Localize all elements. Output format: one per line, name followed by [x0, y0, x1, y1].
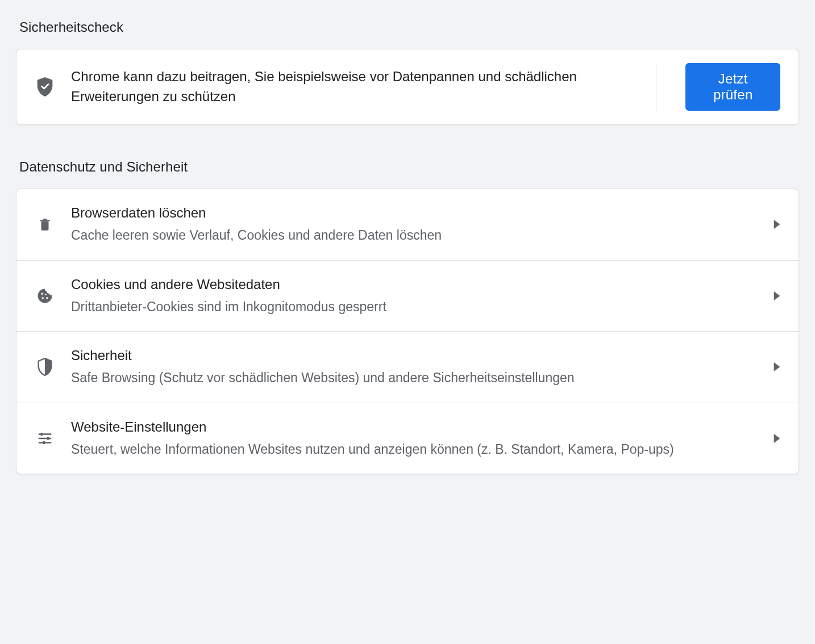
- row-security[interactable]: Sicherheit Safe Browsing (Schutz vor sch…: [16, 331, 799, 403]
- chevron-right-icon: [774, 220, 780, 229]
- chevron-right-icon: [774, 291, 780, 300]
- safety-check-title: Sicherheitscheck: [19, 19, 799, 35]
- chevron-right-icon: [774, 362, 780, 371]
- safety-check-card: Chrome kann dazu beitragen, Sie beispiel…: [16, 49, 799, 125]
- row-cookies[interactable]: Cookies und andere Websitedaten Drittanb…: [16, 260, 799, 332]
- row-site-settings[interactable]: Website-Einstellungen Steuert, welche In…: [16, 403, 799, 474]
- svg-rect-7: [41, 433, 43, 436]
- check-now-button[interactable]: Jetzt prüfen: [685, 63, 780, 111]
- chevron-right-icon: [774, 434, 780, 443]
- shield-check-icon: [35, 77, 55, 97]
- row-subtitle: Drittanbieter-Cookies sind im Inkognitom…: [71, 298, 758, 316]
- row-title: Browserdaten löschen: [71, 204, 758, 221]
- cookie-icon: [35, 287, 55, 304]
- svg-point-1: [42, 297, 44, 299]
- trash-icon: [35, 216, 55, 233]
- vertical-divider: [656, 63, 656, 111]
- tune-icon: [35, 430, 55, 447]
- row-clear-browsing-data[interactable]: Browserdaten löschen Cache leeren sowie …: [16, 189, 799, 260]
- row-title: Cookies und andere Websitedaten: [71, 275, 758, 293]
- svg-point-3: [45, 294, 47, 295]
- row-subtitle: Safe Browsing (Schutz vor schädlichen We…: [71, 369, 758, 387]
- row-title: Sicherheit: [71, 346, 758, 364]
- shield-icon: [35, 358, 55, 376]
- safety-check-description: Chrome kann dazu beitragen, Sie beispiel…: [71, 67, 640, 107]
- svg-point-0: [41, 292, 43, 295]
- row-subtitle: Cache leeren sowie Verlauf, Cookies und …: [71, 226, 758, 245]
- privacy-section-title: Datenschutz und Sicherheit: [19, 159, 799, 175]
- privacy-list: Browserdaten löschen Cache leeren sowie …: [16, 189, 799, 474]
- svg-point-2: [46, 297, 48, 299]
- svg-rect-8: [47, 437, 49, 440]
- svg-rect-9: [43, 441, 45, 444]
- row-title: Website-Einstellungen: [71, 418, 758, 436]
- row-subtitle: Steuert, welche Informationen Websites n…: [71, 440, 758, 459]
